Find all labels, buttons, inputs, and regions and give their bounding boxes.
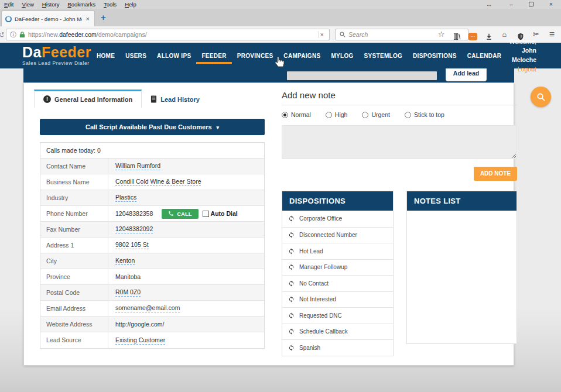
fax-number-value[interactable]: 12048382092 (115, 225, 153, 233)
menu-tools[interactable]: Tools (100, 1, 121, 8)
screenshot-root: Edit View History Bookmarks Tools Help ↔… (0, 0, 561, 392)
downloads-icon[interactable] (481, 29, 497, 40)
nav-systemlog[interactable]: SYSTEMLOG (359, 50, 408, 64)
bookmark-star-icon[interactable]: ☆ (433, 26, 449, 43)
nav-campaigns[interactable]: CAMPAIGNS (278, 50, 326, 64)
lead-search-input[interactable] (287, 71, 437, 80)
disposition-schedule-callback[interactable]: Schedule Callback (282, 324, 393, 340)
dafeeder-logo[interactable]: DaFeeder Sales Lead Preview Dialer (22, 45, 91, 66)
priority-urgent[interactable]: Urgent (362, 111, 390, 118)
disposition-corporate-office[interactable]: Corporate Office (282, 211, 393, 227)
chevron-down-icon: ▾ (217, 125, 220, 130)
tab-close-icon[interactable]: × (85, 15, 91, 22)
website-value[interactable]: http://google.com/ (115, 321, 164, 328)
sync-icon (288, 232, 295, 238)
email-value[interactable]: somename@email.com (115, 304, 180, 312)
disposition-not-interested[interactable]: Not Interested (282, 291, 393, 308)
tab-lead-history[interactable]: Lead History (142, 90, 208, 108)
logo-tagline: Sales Lead Preview Dialer (22, 61, 91, 66)
calls-made-row: Calls made today: 0 (40, 143, 264, 159)
disposition-disconnected-number[interactable]: Disconnected Number (282, 227, 393, 243)
table-row-address1: Address 1 9802 105 St (40, 238, 264, 253)
library-icon[interactable] (449, 29, 465, 40)
address1-value[interactable]: 9802 105 St (115, 241, 149, 249)
dispositions-panel: DISPOSITIONS Corporate Office Disconnect… (282, 191, 394, 356)
province-value[interactable]: Manitoba (115, 273, 141, 280)
sync-icon (288, 248, 295, 255)
url-bar[interactable]: ⓘ https://new.dafeeder.com/demo/campaign… (6, 29, 330, 40)
postal-code-value[interactable]: R0M 0Z0 (115, 288, 141, 297)
nav-dispositions[interactable]: DISPOSITIONS (408, 50, 462, 64)
table-row-website: Website Address http://google.com/ (40, 317, 264, 332)
nav-feeder[interactable]: FEEDER (196, 50, 231, 64)
city-value[interactable]: Kenton (115, 257, 135, 265)
pocket-icon[interactable]: ... (465, 26, 481, 43)
new-tab-button[interactable]: + (101, 12, 106, 22)
search-placeholder: Search (348, 31, 368, 38)
business-name-value[interactable]: Condill Cold Wine & Beer Store (115, 178, 201, 186)
table-row-postal-code: Postal Code R0M 0Z0 (40, 285, 264, 301)
menu-help[interactable]: Help (121, 1, 141, 8)
note-textarea[interactable] (282, 125, 517, 159)
disposition-requested-dnc[interactable]: Requested DNC (282, 307, 393, 324)
site-info-icon[interactable]: ⓘ (10, 30, 16, 39)
priority-high[interactable]: High (326, 111, 348, 118)
toolbar-icons: ☆ ... ⌂ ✂ (433, 26, 560, 43)
call-button[interactable]: CALL (162, 209, 198, 219)
minimize-button[interactable]: – (501, 0, 521, 9)
radio-stick-icon[interactable] (405, 112, 411, 118)
call-script-dropdown[interactable]: Call Script Available Past Due Customers… (40, 119, 265, 135)
disposition-manager-followup[interactable]: Manager Followup (282, 259, 393, 276)
disposition-no-contact[interactable]: No Contact (282, 275, 393, 291)
nav-mylog[interactable]: MYLOG (326, 50, 358, 64)
nav-provinces[interactable]: PROVINCES (232, 50, 279, 64)
auto-dial-label: Auto Dial (211, 210, 238, 217)
browser-tab[interactable]: DaFeeder - demo - John Me × (1, 11, 95, 26)
industry-value[interactable]: Plastics (115, 194, 136, 202)
table-row-business-name: Business Name Condill Cold Wine & Beer S… (40, 174, 264, 190)
menu-bookmarks[interactable]: Bookmarks (63, 1, 100, 8)
radio-high-icon[interactable] (326, 112, 332, 118)
tab-general-lead-information[interactable]: ! General Lead Information (34, 90, 142, 108)
user-name: John Meloche (512, 47, 536, 63)
nav-allow-ips[interactable]: ALLOW IPS (152, 50, 196, 64)
disposition-spanish[interactable]: Spanish (282, 339, 393, 356)
dispositions-header: DISPOSITIONS (282, 191, 393, 211)
maximize-button[interactable] (521, 0, 541, 9)
url-clear-icon[interactable]: × (318, 31, 326, 38)
nav-users[interactable]: USERS (120, 50, 152, 64)
page-header-bar: Add lead (23, 68, 514, 82)
menu-view[interactable]: View (18, 1, 37, 8)
table-row-phone: Phone Number 12048382358 CALL Auto Dial (40, 206, 264, 222)
tab-resize-icon: ↔ (486, 0, 492, 9)
radio-normal-icon[interactable] (282, 112, 288, 118)
sync-icon (288, 215, 295, 222)
logout-link[interactable]: Logout (507, 65, 536, 74)
auto-dial-checkbox[interactable] (203, 211, 209, 217)
sync-icon (288, 296, 295, 302)
menu-history[interactable]: History (38, 1, 64, 8)
add-note-title: Add new note (282, 90, 336, 100)
menu-hamburger-icon[interactable]: ≡ (544, 26, 560, 43)
notes-list-header: NOTES LIST (407, 191, 516, 211)
add-note-button[interactable]: ADD NOTE (474, 167, 517, 181)
radio-urgent-icon[interactable] (362, 112, 368, 118)
table-row-email: Email Address somename@email.com (40, 301, 264, 317)
nav-calendar[interactable]: CALENDAR (462, 50, 507, 64)
note-divider (282, 105, 517, 105)
close-window-button[interactable]: × (541, 0, 561, 9)
priority-stick-to-top[interactable]: Stick to top (405, 111, 444, 118)
disposition-hot-lead[interactable]: Hot Lead (282, 243, 393, 259)
floating-search-button[interactable] (531, 87, 551, 107)
lead-source-value[interactable]: Existing Customer (115, 336, 165, 345)
sync-icon (288, 312, 295, 319)
menu-edit[interactable]: Edit (0, 1, 18, 8)
sync-icon (288, 264, 295, 270)
search-icon (536, 92, 546, 102)
phone-number-value[interactable]: 12048382358 (115, 210, 153, 217)
nav-home[interactable]: HOME (91, 50, 120, 64)
priority-normal[interactable]: Normal (282, 111, 311, 118)
back-button-fragment[interactable]: ↺ (0, 30, 4, 39)
url-text: https://new.dafeeder.com/demo/campaigns/ (28, 31, 315, 38)
contact-name-value[interactable]: William Rumford (115, 162, 160, 170)
